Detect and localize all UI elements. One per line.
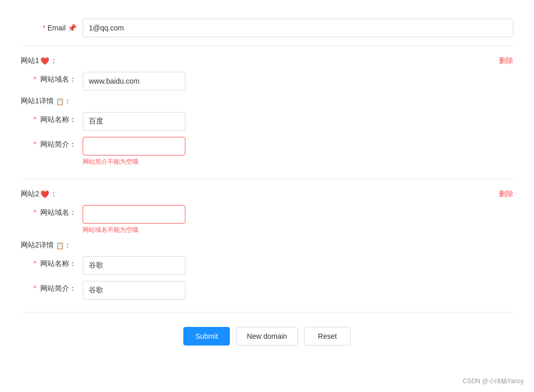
site2-domain-label: * 网站域名： <box>21 205 83 217</box>
site1-domain-content <box>83 72 513 90</box>
site1-note-icon: 📋 <box>56 98 64 105</box>
site2-brief-content <box>83 281 513 300</box>
site1-header: 网站1 ❤️ ： <box>21 56 513 66</box>
email-required-star: * <box>43 24 45 32</box>
site1-section: 网站1 ❤️ ： 删除 * 网站域名： 网站1详情 📋 ： <box>21 50 513 179</box>
site1-brief-input[interactable] <box>83 137 185 155</box>
site2-name-row: * 网站名称： <box>21 256 513 275</box>
site2-colon: ： <box>50 190 57 199</box>
submit-button[interactable]: Submit <box>183 327 230 346</box>
site2-brief-input[interactable] <box>83 281 185 300</box>
site1-brief-required: * <box>34 140 36 148</box>
site2-brief-label: * 网站简介： <box>21 281 83 293</box>
site1-delete-button[interactable]: 删除 <box>499 56 513 66</box>
email-section: * Email 📌 <box>21 10 513 46</box>
site2-brief-required: * <box>34 284 36 292</box>
site2-name-required: * <box>34 259 36 268</box>
bottom-buttons: Submit New domain Reset <box>21 317 513 356</box>
email-label: * Email 📌 <box>21 24 83 32</box>
watermark: CSDN @小绵杨Yancy <box>463 377 524 386</box>
site2-note-icon: 📋 <box>56 242 64 249</box>
site2-title: 网站2 <box>21 190 39 199</box>
site1-detail-colon: ： <box>64 97 71 106</box>
site1-brief-row: * 网站简介： 网站简介不能为空哦 <box>21 137 513 166</box>
site1-brief-label: * 网站简介： <box>21 137 83 149</box>
site2-header: 网站2 ❤️ ： <box>21 190 513 199</box>
site1-domain-row: * 网站域名： <box>21 72 513 90</box>
site2-domain-error: 网站域名不能为空哦 <box>83 226 513 234</box>
site2-name-label: * 网站名称： <box>21 256 83 269</box>
site1-brief-error: 网站简介不能为空哦 <box>83 158 513 166</box>
site2-domain-input[interactable] <box>83 205 185 224</box>
site1-colon: ： <box>50 56 57 66</box>
pin-icon: 📌 <box>68 24 76 32</box>
site1-detail-header: 网站1详情 📋 ： <box>21 97 513 106</box>
site1-domain-required: * <box>34 75 36 83</box>
site1-domain-input[interactable] <box>83 72 185 90</box>
site1-name-row: * 网站名称： <box>21 112 513 131</box>
site1-name-required: * <box>34 115 36 123</box>
site1-name-label: * 网站名称： <box>21 112 83 124</box>
page-container: * Email 📌 网站1 ❤️ ： 删除 * 网站域名： <box>0 0 534 392</box>
site2-domain-row: * 网站域名： 网站域名不能为空哦 <box>21 205 513 234</box>
form-wrapper: * Email 📌 网站1 ❤️ ： 删除 * 网站域名： <box>21 10 513 356</box>
site2-brief-row: * 网站简介： <box>21 281 513 300</box>
site2-domain-required: * <box>34 208 36 216</box>
new-domain-button[interactable]: New domain <box>236 327 298 346</box>
site2-detail-header: 网站2详情 📋 ： <box>21 241 513 250</box>
reset-button[interactable]: Reset <box>304 327 351 346</box>
site2-name-input[interactable] <box>83 256 185 275</box>
site2-delete-button[interactable]: 删除 <box>499 190 513 199</box>
site1-title: 网站1 <box>21 56 39 66</box>
site1-brief-content: 网站简介不能为空哦 <box>83 137 513 166</box>
site2-detail-title: 网站2详情 <box>21 241 54 250</box>
site2-detail-colon: ： <box>64 241 71 250</box>
site1-domain-label: * 网站域名： <box>21 72 83 84</box>
site2-heart-icon: ❤️ <box>40 190 49 198</box>
site2-domain-content: 网站域名不能为空哦 <box>83 205 513 234</box>
email-label-text: Email <box>48 24 66 32</box>
site2-section: 网站2 ❤️ ： 删除 * 网站域名： 网站域名不能为空哦 网站2详情 📋 <box>21 183 513 312</box>
site1-detail-title: 网站1详情 <box>21 97 54 106</box>
site2-name-content <box>83 256 513 275</box>
email-input[interactable] <box>83 19 513 37</box>
site1-name-content <box>83 112 513 131</box>
site1-heart-icon: ❤️ <box>40 57 49 65</box>
site1-name-input[interactable] <box>83 112 185 131</box>
